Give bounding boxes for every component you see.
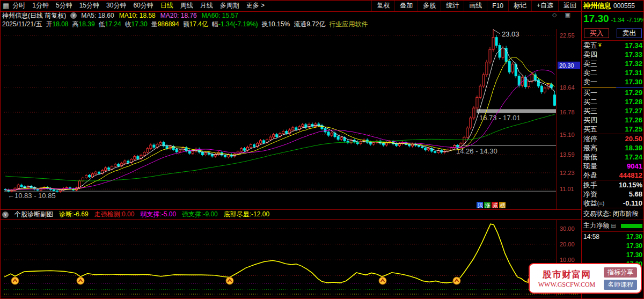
stat2-row-0[interactable]: 换手10.15% bbox=[582, 180, 644, 189]
quote-title-row[interactable]: 神州信息 000555 bbox=[582, 0, 644, 12]
period-tab-8[interactable]: 月线 bbox=[200, 1, 213, 10]
svg-text:榜: 榜 bbox=[500, 202, 506, 208]
stock-name: 神州信息 bbox=[583, 1, 611, 11]
trade-row-2: 17.30 bbox=[582, 250, 644, 259]
toolbar-buttons: 复权叠加多股统计画线F10标记+自选返回 bbox=[371, 0, 581, 11]
sell-level-5[interactable]: 卖五¥17.34 bbox=[582, 41, 644, 50]
period-tab-0[interactable]: 分时 bbox=[12, 1, 25, 10]
buy-level-5[interactable]: 买五17.25 bbox=[582, 125, 644, 134]
buy-level-1[interactable]: 买一17.29 bbox=[582, 88, 644, 97]
price-change-pct: -7.19% bbox=[627, 17, 644, 23]
info-field-6: 幅-1.34(-7.19%) bbox=[212, 20, 258, 29]
ma-value-3: MA60: 15.57 bbox=[202, 12, 238, 19]
toolbar-button-7[interactable]: +自选 bbox=[531, 0, 558, 11]
collapse-icon[interactable]: ∨ bbox=[2, 212, 9, 218]
period-tab-10[interactable]: 更多 > bbox=[246, 1, 265, 10]
chevron-down-icon[interactable]: ∨ bbox=[70, 12, 77, 19]
period-tab-6[interactable]: 日线 bbox=[160, 1, 173, 10]
period-tab-4[interactable]: 30分钟 bbox=[106, 1, 126, 10]
svg-text:12.23: 12.23 bbox=[560, 170, 575, 176]
indicator-title: 个股诊断副图 bbox=[14, 210, 53, 219]
indicator-field-4: 底部尽显:-12.00 bbox=[224, 210, 269, 218]
period-tab-9[interactable]: 多周期 bbox=[220, 1, 239, 10]
stat-row-4[interactable]: 外盘444812 bbox=[582, 171, 644, 180]
toolbar-button-5[interactable]: F10 bbox=[487, 0, 508, 11]
info-field-4: 量986894 bbox=[151, 20, 179, 29]
svg-text:←10.83 - 10.85: ←10.83 - 10.85 bbox=[8, 192, 56, 200]
price-change: -1.34 bbox=[611, 17, 625, 23]
ma-value-2: MA20: 18.76 bbox=[160, 12, 197, 19]
buy-level-4[interactable]: 买四17.26 bbox=[582, 115, 644, 125]
period-tab-7[interactable]: 周线 bbox=[180, 1, 193, 10]
stat-row-0[interactable]: 涨停20.50 bbox=[582, 134, 644, 143]
stats-section: 涨停20.50最高18.39最低17.24现量9041外盘444812 bbox=[582, 134, 644, 180]
quote-panel: 神州信息 000555 17.30 -1.34 -7.19% 买入 卖出 卖五¥… bbox=[581, 0, 644, 299]
svg-text:10.00: 10.00 bbox=[560, 257, 575, 263]
svg-text:16.78: 16.78 bbox=[560, 109, 575, 115]
toolbar-button-2[interactable]: 多股 bbox=[418, 0, 441, 11]
toolbar-button-4[interactable]: 画线 bbox=[464, 0, 487, 11]
stat-row-3[interactable]: 现量9041 bbox=[582, 162, 644, 171]
toolbar-button-8[interactable]: 返回 bbox=[558, 0, 581, 11]
main-candlestick-chart[interactable]: 22.5520.3018.6416.7815.1013.5912.2311.01… bbox=[0, 29, 581, 209]
next-pane-sliver bbox=[0, 296, 581, 299]
badge-teacher-course[interactable]: 名师课程 bbox=[604, 280, 637, 290]
period-tab-3[interactable]: 15分钟 bbox=[79, 1, 99, 10]
quote-date: 2025/11/21/五 bbox=[2, 20, 42, 29]
chart-header: 神州信息(日线 前复权) ∨ MA5: 18.60MA10: 18.58MA20… bbox=[0, 11, 581, 20]
toolbar-button-0[interactable]: 复权 bbox=[371, 0, 394, 11]
ma-value-0: MA5: 18.60 bbox=[81, 12, 114, 19]
toolbar-button-3[interactable]: 统计 bbox=[441, 0, 464, 11]
watermark-ad[interactable]: 股市财富网 WWW.GSCFW.COM 指标分享 名师课程 bbox=[529, 263, 642, 294]
svg-text:23.03: 23.03 bbox=[502, 30, 519, 38]
stat2-row-1[interactable]: 净资5.68 bbox=[582, 189, 644, 199]
sell-level-1[interactable]: 卖一17.30 bbox=[582, 77, 644, 86]
list-icon[interactable]: ▤ bbox=[611, 223, 616, 229]
watermark-text: 股市财富网 WWW.GSCFW.COM bbox=[533, 268, 600, 289]
main-force-bar bbox=[621, 224, 642, 228]
indicator-field-2: 弱支撑:-5.00 bbox=[140, 210, 176, 218]
toolbar-button-6[interactable]: 标记 bbox=[508, 0, 531, 11]
stat-row-2[interactable]: 最低17.24 bbox=[582, 152, 644, 162]
watermark-url: WWW.GSCFW.COM bbox=[538, 281, 595, 289]
sell-level-3[interactable]: 卖三17.32 bbox=[582, 59, 644, 68]
stat2-row-2[interactable]: 收益㈢-0.110 bbox=[582, 199, 644, 208]
watermark-title: 股市财富网 bbox=[543, 268, 591, 281]
svg-text:减: 减 bbox=[493, 202, 498, 208]
ma-value-1: MA10: 18.58 bbox=[119, 12, 156, 19]
svg-text:涨: 涨 bbox=[485, 202, 491, 208]
trade-row-1: 17.30 bbox=[582, 241, 644, 250]
period-tab-5[interactable]: 60分钟 bbox=[133, 1, 153, 10]
indicator-field-1: 走强检测:0.00 bbox=[94, 210, 135, 218]
daily-quote-infobar: 2025/11/21/五开18.08高18.39低17.24收17.30量986… bbox=[0, 20, 581, 29]
info-field-7: 换10.15% bbox=[261, 20, 290, 29]
sell-level-2[interactable]: 卖二17.31 bbox=[582, 68, 644, 77]
diagnosis-indicator-chart[interactable]: 30.0020.0010.00 bbox=[0, 220, 581, 296]
sell-button[interactable]: 卖出 bbox=[617, 28, 642, 38]
svg-text:15.10: 15.10 bbox=[560, 132, 575, 138]
window-layout-icon[interactable]: ▦ bbox=[0, 2, 12, 10]
trade-status: 交易状态: 闭市阶段 bbox=[582, 208, 644, 220]
period-tab-2[interactable]: 5分钟 bbox=[56, 1, 72, 10]
indicator-header: ∨ 个股诊断副图 诊断:-6.69走强检测:0.00弱支撑:-5.00强支撑:-… bbox=[0, 209, 581, 220]
svg-text:20.30: 20.30 bbox=[559, 62, 574, 69]
buy-level-2[interactable]: 买二17.28 bbox=[582, 97, 644, 106]
stat-row-1[interactable]: 最高18.39 bbox=[582, 143, 644, 152]
period-tab-1[interactable]: 1分钟 bbox=[32, 1, 49, 10]
buy-level-3[interactable]: 买三17.27 bbox=[582, 106, 644, 115]
toolbar-button-1[interactable]: 叠加 bbox=[394, 0, 418, 11]
indicator-field-3: 强支撑:-9.00 bbox=[182, 210, 218, 218]
main-force-label: 主力净额 bbox=[583, 222, 609, 229]
badge-indicator-share[interactable]: 指标分享 bbox=[604, 267, 637, 278]
sell-levels: 卖五¥17.34卖四17.33卖三17.32卖二17.31卖一17.30 bbox=[582, 41, 644, 86]
svg-text:30.00: 30.00 bbox=[560, 225, 575, 232]
main-force-row[interactable]: 主力净额 ▤ bbox=[582, 220, 644, 232]
info-field-5: 额17.4亿 bbox=[183, 20, 208, 29]
chart-title: 神州信息(日线 前复权) bbox=[2, 11, 66, 20]
window-control-icons[interactable]: ◇ ▣ bbox=[552, 11, 574, 18]
period-tabs: 分时1分钟5分钟15分钟30分钟60分钟日线周线月线多周期更多 > bbox=[12, 1, 265, 10]
sell-level-4[interactable]: 卖四17.33 bbox=[582, 50, 644, 59]
buy-button[interactable]: 买入 bbox=[584, 28, 609, 38]
info-field-8: 流通9.72亿 bbox=[294, 20, 325, 29]
last-price: 17.30 bbox=[583, 13, 609, 25]
